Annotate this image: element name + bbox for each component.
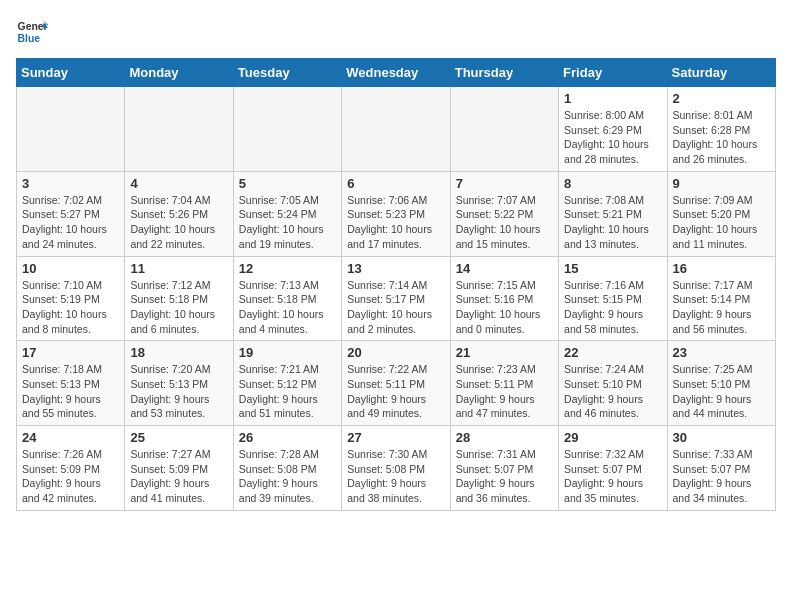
day-number: 30 [673, 430, 770, 445]
day-number: 3 [22, 176, 119, 191]
day-number: 22 [564, 345, 661, 360]
day-number: 12 [239, 261, 336, 276]
day-info: Sunrise: 7:07 AMSunset: 5:22 PMDaylight:… [456, 193, 553, 252]
day-info: Sunrise: 8:01 AMSunset: 6:28 PMDaylight:… [673, 108, 770, 167]
day-info: Sunrise: 7:16 AMSunset: 5:15 PMDaylight:… [564, 278, 661, 337]
day-number: 29 [564, 430, 661, 445]
calendar-cell: 9Sunrise: 7:09 AMSunset: 5:20 PMDaylight… [667, 171, 775, 256]
day-info: Sunrise: 7:27 AMSunset: 5:09 PMDaylight:… [130, 447, 227, 506]
calendar-cell [125, 87, 233, 172]
calendar-cell: 25Sunrise: 7:27 AMSunset: 5:09 PMDayligh… [125, 426, 233, 511]
calendar-cell: 3Sunrise: 7:02 AMSunset: 5:27 PMDaylight… [17, 171, 125, 256]
day-number: 25 [130, 430, 227, 445]
day-number: 5 [239, 176, 336, 191]
calendar-cell [17, 87, 125, 172]
calendar-table: SundayMondayTuesdayWednesdayThursdayFrid… [16, 58, 776, 511]
day-number: 17 [22, 345, 119, 360]
day-info: Sunrise: 8:00 AMSunset: 6:29 PMDaylight:… [564, 108, 661, 167]
day-number: 7 [456, 176, 553, 191]
calendar-cell: 2Sunrise: 8:01 AMSunset: 6:28 PMDaylight… [667, 87, 775, 172]
calendar-week-4: 17Sunrise: 7:18 AMSunset: 5:13 PMDayligh… [17, 341, 776, 426]
day-info: Sunrise: 7:32 AMSunset: 5:07 PMDaylight:… [564, 447, 661, 506]
calendar-week-2: 3Sunrise: 7:02 AMSunset: 5:27 PMDaylight… [17, 171, 776, 256]
day-number: 27 [347, 430, 444, 445]
weekday-monday: Monday [125, 59, 233, 87]
day-info: Sunrise: 7:25 AMSunset: 5:10 PMDaylight:… [673, 362, 770, 421]
calendar-cell [342, 87, 450, 172]
calendar-cell: 27Sunrise: 7:30 AMSunset: 5:08 PMDayligh… [342, 426, 450, 511]
calendar-cell: 26Sunrise: 7:28 AMSunset: 5:08 PMDayligh… [233, 426, 341, 511]
calendar-cell: 8Sunrise: 7:08 AMSunset: 5:21 PMDaylight… [559, 171, 667, 256]
day-info: Sunrise: 7:33 AMSunset: 5:07 PMDaylight:… [673, 447, 770, 506]
day-info: Sunrise: 7:28 AMSunset: 5:08 PMDaylight:… [239, 447, 336, 506]
svg-text:Blue: Blue [18, 33, 41, 44]
logo-icon: General Blue [16, 16, 48, 48]
day-info: Sunrise: 7:23 AMSunset: 5:11 PMDaylight:… [456, 362, 553, 421]
calendar-cell: 24Sunrise: 7:26 AMSunset: 5:09 PMDayligh… [17, 426, 125, 511]
day-info: Sunrise: 7:02 AMSunset: 5:27 PMDaylight:… [22, 193, 119, 252]
day-info: Sunrise: 7:26 AMSunset: 5:09 PMDaylight:… [22, 447, 119, 506]
day-info: Sunrise: 7:31 AMSunset: 5:07 PMDaylight:… [456, 447, 553, 506]
calendar-week-3: 10Sunrise: 7:10 AMSunset: 5:19 PMDayligh… [17, 256, 776, 341]
calendar-week-1: 1Sunrise: 8:00 AMSunset: 6:29 PMDaylight… [17, 87, 776, 172]
calendar-cell: 1Sunrise: 8:00 AMSunset: 6:29 PMDaylight… [559, 87, 667, 172]
weekday-sunday: Sunday [17, 59, 125, 87]
day-number: 1 [564, 91, 661, 106]
day-info: Sunrise: 7:14 AMSunset: 5:17 PMDaylight:… [347, 278, 444, 337]
calendar-cell: 23Sunrise: 7:25 AMSunset: 5:10 PMDayligh… [667, 341, 775, 426]
day-info: Sunrise: 7:06 AMSunset: 5:23 PMDaylight:… [347, 193, 444, 252]
day-info: Sunrise: 7:05 AMSunset: 5:24 PMDaylight:… [239, 193, 336, 252]
calendar-cell: 21Sunrise: 7:23 AMSunset: 5:11 PMDayligh… [450, 341, 558, 426]
day-info: Sunrise: 7:20 AMSunset: 5:13 PMDaylight:… [130, 362, 227, 421]
calendar-cell: 14Sunrise: 7:15 AMSunset: 5:16 PMDayligh… [450, 256, 558, 341]
day-info: Sunrise: 7:22 AMSunset: 5:11 PMDaylight:… [347, 362, 444, 421]
calendar-cell [450, 87, 558, 172]
day-info: Sunrise: 7:04 AMSunset: 5:26 PMDaylight:… [130, 193, 227, 252]
calendar-cell: 10Sunrise: 7:10 AMSunset: 5:19 PMDayligh… [17, 256, 125, 341]
day-number: 26 [239, 430, 336, 445]
calendar-cell: 5Sunrise: 7:05 AMSunset: 5:24 PMDaylight… [233, 171, 341, 256]
day-number: 11 [130, 261, 227, 276]
day-number: 19 [239, 345, 336, 360]
calendar-body: 1Sunrise: 8:00 AMSunset: 6:29 PMDaylight… [17, 87, 776, 511]
day-number: 23 [673, 345, 770, 360]
day-number: 15 [564, 261, 661, 276]
day-number: 8 [564, 176, 661, 191]
day-info: Sunrise: 7:09 AMSunset: 5:20 PMDaylight:… [673, 193, 770, 252]
calendar-cell: 4Sunrise: 7:04 AMSunset: 5:26 PMDaylight… [125, 171, 233, 256]
calendar-cell: 20Sunrise: 7:22 AMSunset: 5:11 PMDayligh… [342, 341, 450, 426]
day-number: 10 [22, 261, 119, 276]
day-info: Sunrise: 7:21 AMSunset: 5:12 PMDaylight:… [239, 362, 336, 421]
day-info: Sunrise: 7:15 AMSunset: 5:16 PMDaylight:… [456, 278, 553, 337]
day-number: 2 [673, 91, 770, 106]
calendar-cell: 11Sunrise: 7:12 AMSunset: 5:18 PMDayligh… [125, 256, 233, 341]
day-number: 14 [456, 261, 553, 276]
day-info: Sunrise: 7:08 AMSunset: 5:21 PMDaylight:… [564, 193, 661, 252]
weekday-header-row: SundayMondayTuesdayWednesdayThursdayFrid… [17, 59, 776, 87]
day-info: Sunrise: 7:18 AMSunset: 5:13 PMDaylight:… [22, 362, 119, 421]
calendar-week-5: 24Sunrise: 7:26 AMSunset: 5:09 PMDayligh… [17, 426, 776, 511]
day-number: 16 [673, 261, 770, 276]
calendar-cell: 30Sunrise: 7:33 AMSunset: 5:07 PMDayligh… [667, 426, 775, 511]
calendar-cell: 28Sunrise: 7:31 AMSunset: 5:07 PMDayligh… [450, 426, 558, 511]
day-number: 6 [347, 176, 444, 191]
calendar-cell: 12Sunrise: 7:13 AMSunset: 5:18 PMDayligh… [233, 256, 341, 341]
calendar-cell: 29Sunrise: 7:32 AMSunset: 5:07 PMDayligh… [559, 426, 667, 511]
calendar-cell: 7Sunrise: 7:07 AMSunset: 5:22 PMDaylight… [450, 171, 558, 256]
day-info: Sunrise: 7:12 AMSunset: 5:18 PMDaylight:… [130, 278, 227, 337]
calendar-cell: 16Sunrise: 7:17 AMSunset: 5:14 PMDayligh… [667, 256, 775, 341]
calendar-cell [233, 87, 341, 172]
calendar-cell: 6Sunrise: 7:06 AMSunset: 5:23 PMDaylight… [342, 171, 450, 256]
calendar-cell: 13Sunrise: 7:14 AMSunset: 5:17 PMDayligh… [342, 256, 450, 341]
day-info: Sunrise: 7:24 AMSunset: 5:10 PMDaylight:… [564, 362, 661, 421]
calendar-cell: 15Sunrise: 7:16 AMSunset: 5:15 PMDayligh… [559, 256, 667, 341]
calendar-cell: 18Sunrise: 7:20 AMSunset: 5:13 PMDayligh… [125, 341, 233, 426]
calendar-cell: 17Sunrise: 7:18 AMSunset: 5:13 PMDayligh… [17, 341, 125, 426]
weekday-friday: Friday [559, 59, 667, 87]
weekday-thursday: Thursday [450, 59, 558, 87]
weekday-wednesday: Wednesday [342, 59, 450, 87]
day-number: 13 [347, 261, 444, 276]
page-header: General Blue [16, 16, 776, 48]
day-info: Sunrise: 7:10 AMSunset: 5:19 PMDaylight:… [22, 278, 119, 337]
day-info: Sunrise: 7:13 AMSunset: 5:18 PMDaylight:… [239, 278, 336, 337]
